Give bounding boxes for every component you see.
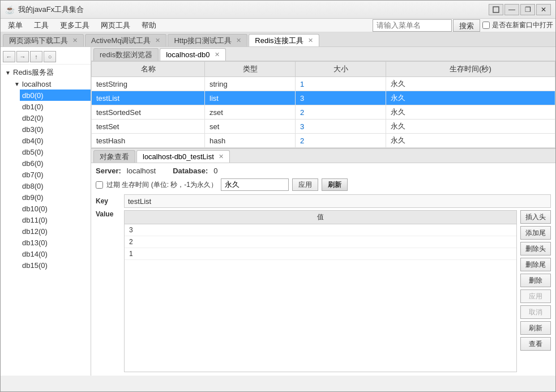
value-table: 值 321 <box>125 211 516 260</box>
action-btn-应用: 应用 <box>520 289 551 303</box>
tree-node-db4[interactable]: db4(0) <box>20 135 91 146</box>
cell-ttl: 永久 <box>386 91 555 105</box>
tab-object-view[interactable]: 对象查看 <box>93 150 135 163</box>
action-btn-查看[interactable]: 查看 <box>520 337 551 351</box>
cell-type: zset <box>205 105 296 120</box>
cell-size: 3 <box>296 120 386 134</box>
close-button[interactable]: ✕ <box>536 4 551 15</box>
tree-label-db4: db4(0) <box>22 137 44 145</box>
ttl-apply-button[interactable]: 应用 <box>292 178 318 191</box>
ttl-input[interactable] <box>221 178 289 191</box>
minimize-button[interactable]: — <box>504 4 519 15</box>
nav-up-button[interactable]: ↑ <box>30 51 42 62</box>
tree-root: ▼ Redis服务器 ▼ localhost db0(0) db1(0) db2 <box>1 67 91 271</box>
tree-node-db3[interactable]: db3(0) <box>20 123 91 135</box>
menu-item-caidan[interactable]: 菜单 <box>3 19 28 32</box>
action-btn-刷新[interactable]: 刷新 <box>520 321 551 335</box>
search-input[interactable] <box>373 19 452 32</box>
table-row[interactable]: testHash hash 2 永久 <box>92 134 555 148</box>
menu-item-gongju[interactable]: 工具 <box>29 19 54 32</box>
maximize-button[interactable]: ❐ <box>520 4 535 15</box>
tab-close-localhost-db0[interactable]: ✕ <box>215 51 220 58</box>
nav-forward-button[interactable]: → <box>16 51 29 62</box>
new-window-checkbox[interactable] <box>482 22 490 29</box>
tree-node-db6[interactable]: db6(0) <box>20 157 91 169</box>
tab-activemq[interactable]: ActiveMq调试工具 ✕ <box>85 34 166 46</box>
tab-close-redis[interactable]: ✕ <box>308 37 313 44</box>
cell-name: testHash <box>92 134 205 148</box>
tab-localhost-db0[interactable]: localhost-db0 ✕ <box>160 48 225 61</box>
cell-size: 2 <box>296 134 386 148</box>
menu-item-help[interactable]: 帮助 <box>136 19 161 32</box>
tab-redis-browser[interactable]: redis数据浏览器 <box>93 48 159 61</box>
table-row[interactable]: testSortedSet zset 2 永久 <box>92 105 555 120</box>
key-input[interactable] <box>124 194 551 208</box>
tree-node-db10[interactable]: db10(0) <box>20 203 91 214</box>
tree-node-db11[interactable]: db11(0) <box>20 214 91 225</box>
action-btn-删除头[interactable]: 删除头 <box>520 242 551 255</box>
tab-close-activemq[interactable]: ✕ <box>155 37 160 44</box>
tree-label-db6: db6(0) <box>22 159 44 168</box>
table-row[interactable]: testList list 3 永久 <box>92 91 555 105</box>
tree-label-db2: db2(0) <box>22 114 44 122</box>
server-label: Server: <box>96 167 121 175</box>
server-value: localhost <box>127 167 156 175</box>
window-controls: — ❐ ✕ <box>489 4 551 15</box>
search-button[interactable]: 搜索 <box>453 19 480 32</box>
tab-http[interactable]: Http接口测试工具 ✕ <box>168 34 247 46</box>
tree-node-db9[interactable]: db9(0) <box>20 191 91 203</box>
resize-icon[interactable] <box>489 4 503 15</box>
tab-redis[interactable]: Redis连接工具 ✕ <box>249 34 319 46</box>
value-label: Value <box>96 208 124 372</box>
menu-item-more[interactable]: 更多工具 <box>55 19 95 32</box>
action-btn-删除尾[interactable]: 删除尾 <box>520 258 551 271</box>
tree-label-db11: db11(0) <box>22 216 48 224</box>
list-item[interactable]: 2 <box>125 236 516 248</box>
sidebar: ← → ↑ ○ ▼ Redis服务器 ▼ localhost db0(0) <box>1 47 91 376</box>
tree-node-db12[interactable]: db12(0) <box>20 225 91 237</box>
action-btn-取消: 取消 <box>520 305 551 319</box>
tree-node-db8[interactable]: db8(0) <box>20 180 91 191</box>
tree-label-db10: db10(0) <box>22 204 48 213</box>
cell-ttl: 永久 <box>386 77 555 91</box>
tree-node-db13[interactable]: db13(0) <box>20 237 91 248</box>
kv-right: 值 321 插入头添加尾删除头删除尾删除应用取消刷新查看 <box>124 194 551 372</box>
object-viewer-tab-bar: 对象查看 localhost-db0_testList ✕ <box>91 149 555 163</box>
tree-label-db0: db0(0) <box>22 91 44 100</box>
tab-close-testlist[interactable]: ✕ <box>219 153 224 160</box>
database-value: 0 <box>213 167 217 175</box>
list-item[interactable]: 3 <box>125 224 516 236</box>
menu-item-web[interactable]: 网页工具 <box>96 19 135 32</box>
tree-node-db15[interactable]: db15(0) <box>20 259 91 271</box>
kv-area: Key Value 值 <box>96 194 551 372</box>
action-buttons: 插入头添加尾删除头删除尾删除应用取消刷新查看 <box>517 210 551 372</box>
tree-node-db5[interactable]: db5(0) <box>20 146 91 157</box>
tree-node-localhost[interactable]: ▼ localhost <box>12 78 91 90</box>
action-btn-删除[interactable]: 删除 <box>520 274 551 287</box>
ttl-refresh-button[interactable]: 刷新 <box>322 178 348 191</box>
tab-close-http[interactable]: ✕ <box>236 37 241 44</box>
tree-node-db1[interactable]: db1(0) <box>20 101 91 112</box>
table-row[interactable]: testSet set 3 永久 <box>92 120 555 134</box>
ttl-expired-checkbox[interactable] <box>96 181 103 189</box>
table-row[interactable]: testString string 1 永久 <box>92 77 555 91</box>
list-item[interactable]: 1 <box>125 248 516 260</box>
action-btn-添加尾[interactable]: 添加尾 <box>520 226 551 240</box>
cell-type: list <box>205 91 296 105</box>
tree-node-db2[interactable]: db2(0) <box>20 112 91 123</box>
tree-node-db14[interactable]: db14(0) <box>20 248 91 259</box>
tab-webpage-download[interactable]: 网页源码下载工具 ✕ <box>3 34 84 46</box>
tab-close-webpage[interactable]: ✕ <box>72 37 78 44</box>
tree-node-db0[interactable]: db0(0) <box>20 90 91 101</box>
nav-back-button[interactable]: ← <box>3 51 15 62</box>
tree-node-db7[interactable]: db7(0) <box>20 169 91 180</box>
nav-refresh-button[interactable]: ○ <box>44 51 56 62</box>
value-table-wrapper: 值 321 <box>124 210 517 372</box>
tree-label-db12: db12(0) <box>22 227 48 236</box>
tab-testlist-view[interactable]: localhost-db0_testList ✕ <box>136 150 230 163</box>
action-btn-插入头[interactable]: 插入头 <box>520 210 551 224</box>
list-value: 3 <box>125 224 516 236</box>
tree-label-db14: db14(0) <box>22 250 48 258</box>
tree-node-redis-root[interactable]: ▼ Redis服务器 <box>3 67 91 78</box>
object-viewer-content: Server: localhost Database: 0 过期 生存时间 (单… <box>91 163 555 376</box>
